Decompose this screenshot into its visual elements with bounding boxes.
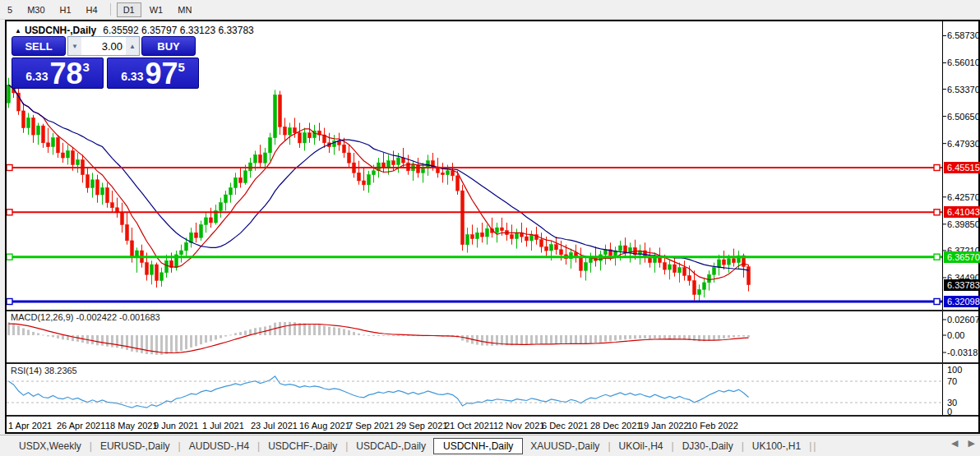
current-price-badge: 6.33783 (944, 279, 980, 291)
tab-separator: | (90, 440, 92, 452)
hline-end-marker[interactable] (934, 299, 940, 305)
chart-title: ▲USDCNH-,Daily6.35592 6.35797 6.33123 6.… (15, 25, 254, 36)
sell-price-point: 3 (82, 60, 89, 74)
tab-ukoil-h4[interactable]: UKOil-,H4 (612, 438, 671, 454)
volume-increase-button[interactable]: ▲ (126, 37, 139, 55)
time-axis-separator (7, 415, 978, 417)
one-click-trading-panel: SELL ▼ ▲ BUY 6.33 78 3 6.33 97 5 (12, 36, 199, 89)
date-axis-label: 12 Nov 2021 (493, 421, 544, 431)
tab-usdcad-daily[interactable]: USDCAD-,Daily (349, 438, 433, 454)
chart-symbol-period: USDCNH-,Daily (25, 25, 96, 36)
rsi-axis-label: 100 (947, 365, 980, 375)
date-axis-label: 16 Aug 2021 (299, 421, 350, 431)
tab-dj30-daily[interactable]: DJ30-,Daily (675, 438, 741, 454)
resistance-price-badge: 6.45515 (944, 162, 980, 173)
buy-price-pips: 97 (145, 62, 178, 86)
tab-eurusd-daily[interactable]: EURUSD-,Daily (93, 438, 178, 454)
timeframe-toolbar: 5M30H1H4D1W1MN (0, 0, 980, 20)
toolbar-separator (110, 3, 111, 16)
timeframe-button-M30[interactable]: M30 (21, 2, 51, 17)
chart-ohlc-values: 6.35592 6.35797 6.33123 6.33783 (103, 25, 254, 36)
date-axis-label: 7 Sep 2021 (348, 421, 394, 431)
volume-spinner: ▼ ▲ (67, 36, 140, 56)
timeframe-button-H1[interactable]: H1 (53, 2, 78, 17)
macd-indicator-label: MACD(12,26,9) -0.002422 -0.001683 (11, 312, 160, 322)
date-axis-label: 29 Sep 2021 (396, 421, 447, 431)
hline-end-marker[interactable] (934, 210, 940, 215)
buy-price-prefix: 6.33 (121, 70, 143, 83)
sell-price-prefix: 6.33 (25, 70, 48, 83)
rsi-axis-label: 0 (947, 407, 980, 417)
candles-layer (7, 74, 751, 302)
date-axis-label: 26 Apr 2021 (57, 421, 105, 431)
sell-price-pips: 78 (49, 62, 82, 86)
support-price-badge: 6.32098 (944, 296, 980, 307)
hline-end-marker[interactable] (7, 165, 12, 171)
price-axis-label: 6.50650 (947, 112, 980, 122)
hline-end-marker[interactable] (7, 299, 12, 305)
macd-axis-label: -0.03187 (947, 348, 980, 358)
tab-separator: | (345, 440, 348, 452)
timeframe-button-MN[interactable]: MN (171, 2, 198, 17)
tab-separator: | (257, 440, 260, 452)
tab-usdcnh-daily[interactable]: USDCNH-,Daily (433, 438, 523, 454)
buy-price-box[interactable]: 6.33 97 5 (107, 58, 199, 89)
tab-xauusd-daily[interactable]: XAUUSD-,Daily (523, 438, 607, 454)
tab-separator: | (178, 440, 181, 452)
ma-fast-line (9, 85, 749, 279)
tab-scroll-buttons: ◀ ▶ (951, 438, 975, 449)
hline-end-marker[interactable] (7, 254, 12, 260)
timeframe-button-5[interactable]: 5 (1, 2, 19, 17)
date-axis-label: 28 Dec 2021 (590, 421, 641, 431)
date-axis-label: 6 Dec 2021 (542, 421, 588, 431)
support-price-badge: 6.36570 (944, 251, 980, 263)
buy-button[interactable]: BUY (141, 36, 196, 56)
tab-scroll-left-icon[interactable]: ◀ (951, 438, 958, 449)
timeframe-button-H4[interactable]: H4 (80, 2, 104, 17)
hline-end-marker[interactable] (934, 254, 940, 260)
timeframe-button-W1[interactable]: W1 (143, 2, 170, 17)
price-axis-label: 6.56010 (947, 58, 980, 68)
volume-input[interactable] (81, 37, 126, 55)
symbol-tab-bar: USDX,Weekly|EURUSD-,Daily|AUDUSD-,H4|USD… (0, 435, 980, 456)
tab-separator: | (809, 440, 811, 452)
price-axis-label: 6.39850 (947, 219, 980, 230)
date-axis-label: 19 Jan 2022 (639, 421, 689, 431)
tab-uk100-h1[interactable]: UK100-,H1 (745, 438, 808, 454)
tab-separator: | (742, 440, 744, 452)
timeframe-button-D1[interactable]: D1 (117, 2, 141, 17)
tab-separator: | (813, 440, 816, 452)
date-axis-label: 1 Jul 2021 (202, 421, 244, 431)
sell-button[interactable]: SELL (12, 36, 66, 56)
tab-separator: | (608, 440, 610, 452)
date-axis-label: 21 Oct 2021 (445, 421, 494, 431)
price-axis-label: 6.42570 (947, 192, 980, 203)
collapse-arrow-icon[interactable]: ▲ (15, 27, 21, 35)
macd-signal-value: -0.001683 (119, 312, 160, 322)
chart-window: ▲USDCNH-,Daily6.35592 6.35797 6.33123 6.… (5, 20, 980, 434)
tab-usdx-weekly[interactable]: USDX,Weekly (12, 438, 89, 454)
volume-decrease-button[interactable]: ▼ (68, 37, 81, 55)
macd-axis-label: 0.02607 (947, 315, 980, 325)
date-axis-label: 23 Jul 2021 (251, 421, 298, 431)
rsi-axis-label: 70 (947, 376, 980, 387)
rsi-panel-separator[interactable] (7, 362, 978, 364)
tab-scroll-right-icon[interactable]: ▶ (968, 438, 975, 449)
tab-usdchf-daily[interactable]: USDCHF-,Daily (261, 438, 344, 454)
macd-main-value: -0.002422 (76, 312, 117, 322)
resistance-price-badge: 6.41043 (944, 206, 980, 218)
rsi-value: 38.2365 (44, 366, 77, 375)
date-axis-label: 9 Jun 2021 (154, 421, 198, 431)
tab-audusd-h4[interactable]: AUDUSD-,H4 (182, 438, 257, 454)
price-axis-label: 6.53370 (947, 85, 980, 95)
macd-axis-label: 0.00 (947, 330, 980, 341)
date-axis-label: 10 Feb 2022 (687, 421, 738, 431)
hline-end-marker[interactable] (934, 165, 940, 171)
sell-price-box[interactable]: 6.33 78 3 (12, 58, 104, 89)
macd-signal-line (9, 324, 749, 352)
price-axis-label: 6.58730 (947, 30, 980, 41)
hline-end-marker[interactable] (7, 210, 12, 215)
macd-panel-separator[interactable] (7, 310, 978, 311)
rsi-indicator-label: RSI(14) 38.2365 (11, 366, 77, 375)
tab-separator: | (672, 440, 674, 452)
